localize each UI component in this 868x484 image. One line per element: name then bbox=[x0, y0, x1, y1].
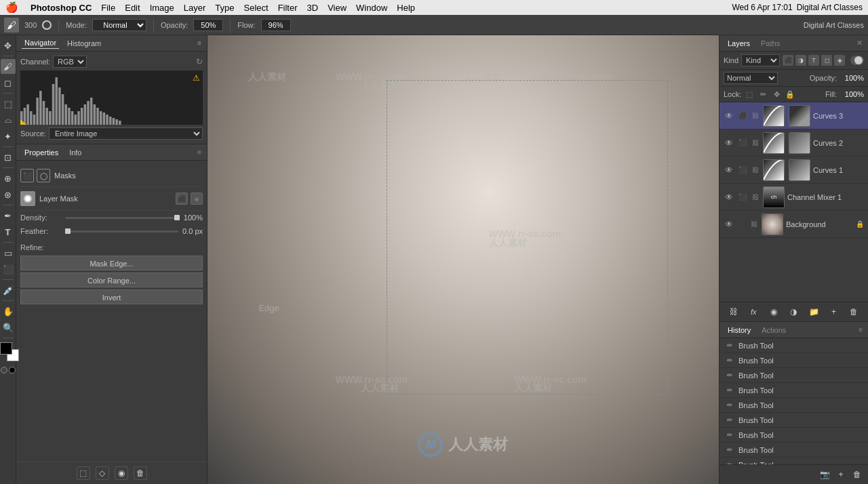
props-delete-icon[interactable]: 🗑 bbox=[134, 466, 147, 480]
layer-mask-thumb[interactable] bbox=[20, 191, 35, 206]
history-item[interactable]: ✏ Brush Tool bbox=[719, 428, 868, 443]
menu-filter[interactable]: Filter bbox=[278, 3, 298, 13]
tab-actions[interactable]: Actions bbox=[759, 325, 789, 336]
layers-group-icon[interactable]: 📁 bbox=[807, 305, 821, 319]
layers-link-icon[interactable]: ⛓ bbox=[727, 305, 741, 319]
menu-image[interactable]: Image bbox=[150, 3, 174, 13]
layers-mask-icon[interactable]: ◉ bbox=[767, 305, 781, 319]
brush-tool-icon[interactable]: 🖌 bbox=[4, 18, 19, 33]
layer-item-curves1[interactable]: 👁 ⬛ ⛓ Curves 1 bbox=[719, 157, 868, 184]
tab-paths[interactable]: Paths bbox=[758, 38, 783, 49]
menu-edit[interactable]: Edit bbox=[125, 3, 140, 13]
crop-tool[interactable]: ⊡ bbox=[1, 150, 16, 165]
history-item[interactable]: ✏ Brush Tool bbox=[719, 413, 868, 428]
history-camera-icon[interactable]: 📷 bbox=[818, 468, 831, 481]
history-item[interactable]: ✏ Brush Tool bbox=[719, 398, 868, 413]
menu-window[interactable]: Window bbox=[356, 3, 387, 13]
color-swatches[interactable] bbox=[0, 342, 20, 363]
menu-3d[interactable]: 3D bbox=[307, 3, 319, 13]
selection-tool[interactable]: ⬚ bbox=[1, 96, 16, 111]
filter-select[interactable]: Kind bbox=[741, 54, 780, 66]
clone-tool[interactable]: ⊛ bbox=[1, 187, 16, 202]
filter-pixel-icon[interactable]: ⬛ bbox=[783, 55, 793, 66]
lock-pixels-icon[interactable]: ✏ bbox=[757, 89, 768, 100]
lock-transparent-icon[interactable]: ⬚ bbox=[744, 89, 755, 100]
hand-tool[interactable]: ✋ bbox=[1, 304, 16, 319]
layer-item-curves3[interactable]: 👁 ⬛ ⛓ Curves 3 bbox=[719, 102, 868, 129]
tab-info[interactable]: Info bbox=[66, 147, 84, 158]
layers-adjustment-icon[interactable]: ◑ bbox=[787, 305, 800, 319]
props-diamond-icon[interactable]: ◇ bbox=[96, 466, 109, 480]
nav-panel-collapse[interactable]: ≡ bbox=[197, 39, 201, 47]
layer-eye-curves1[interactable]: 👁 bbox=[724, 165, 734, 176]
layer-eye-curves2[interactable]: 👁 bbox=[724, 138, 734, 148]
layer-item-curves2[interactable]: 👁 ⬛ ⛓ Curves 2 bbox=[719, 129, 868, 157]
density-thumb[interactable] bbox=[174, 215, 180, 220]
layer-mask-btn-apply[interactable]: ⬛ bbox=[176, 193, 188, 205]
layer-mask-btn-link[interactable]: ⟐ bbox=[191, 193, 203, 205]
history-item[interactable]: ✏ Brush Tool bbox=[719, 353, 868, 368]
feather-thumb[interactable] bbox=[65, 228, 71, 234]
history-item[interactable]: ✏ Brush Tool bbox=[719, 368, 868, 383]
source-select[interactable]: Entire Image bbox=[49, 127, 203, 140]
lock-all-icon[interactable]: 🔒 bbox=[785, 89, 795, 100]
layer-item-background[interactable]: 👁 ⛓ Background 🔒 bbox=[719, 211, 868, 238]
layers-fx-icon[interactable]: fx bbox=[747, 305, 760, 319]
tab-layers[interactable]: Layers bbox=[725, 38, 753, 49]
layer-eye-curves3[interactable]: 👁 bbox=[724, 110, 734, 121]
history-item[interactable]: ✏ Brush Tool bbox=[719, 383, 868, 398]
layers-panel-close[interactable]: ✕ bbox=[856, 39, 863, 47]
healing-tool[interactable]: ⊕ bbox=[1, 171, 16, 186]
gradient-tool[interactable]: ⬛ bbox=[1, 262, 16, 277]
layer-eye-channel-mixer[interactable]: 👁 bbox=[724, 192, 734, 203]
quick-mask-on[interactable] bbox=[9, 367, 16, 374]
history-item[interactable]: ✏ Brush Tool bbox=[719, 458, 868, 464]
layer-item-channel-mixer[interactable]: 👁 ⬛ ⛓ ch Channel Mixer 1 bbox=[719, 184, 868, 211]
quick-mask-off[interactable] bbox=[1, 367, 7, 374]
density-slider[interactable] bbox=[65, 217, 180, 219]
filter-type-icon[interactable]: T bbox=[808, 55, 819, 66]
tab-histogram[interactable]: Histogram bbox=[64, 38, 104, 49]
mode-select[interactable]: Normal bbox=[92, 19, 146, 31]
filter-adj-icon[interactable]: ◑ bbox=[795, 55, 806, 66]
layer-eye-background[interactable]: 👁 bbox=[724, 219, 734, 230]
tab-navigator[interactable]: Navigator bbox=[22, 37, 59, 49]
lasso-tool[interactable]: ⌓ bbox=[1, 113, 16, 127]
lock-position-icon[interactable]: ✥ bbox=[771, 89, 782, 100]
menu-type[interactable]: Type bbox=[215, 3, 234, 13]
pen-tool[interactable]: ✒ bbox=[1, 208, 16, 223]
shape-tool[interactable]: ▭ bbox=[1, 245, 16, 260]
pixel-mask-icon[interactable]: ⬛ bbox=[20, 169, 34, 182]
move-tool[interactable]: ✥ bbox=[1, 38, 16, 53]
mask-edge-button[interactable]: Mask Edge... bbox=[20, 256, 203, 270]
zoom-tool[interactable]: 🔍 bbox=[1, 320, 16, 335]
menu-file[interactable]: File bbox=[101, 3, 115, 13]
vector-mask-icon[interactable]: ◯ bbox=[37, 169, 50, 182]
feather-slider[interactable] bbox=[65, 230, 178, 233]
text-tool[interactable]: T bbox=[1, 224, 16, 239]
history-delete-icon[interactable]: 🗑 bbox=[850, 468, 864, 481]
eyedropper-tool[interactable]: 💉 bbox=[1, 283, 16, 298]
magic-wand-tool[interactable]: ✦ bbox=[1, 129, 16, 144]
props-panel-collapse[interactable]: ≡ bbox=[197, 148, 201, 156]
history-panel-collapse[interactable]: ≡ bbox=[859, 326, 863, 334]
filter-shape-icon[interactable]: ◻ bbox=[821, 55, 832, 66]
menu-select[interactable]: Select bbox=[243, 3, 268, 13]
filter-toggle[interactable] bbox=[850, 56, 864, 65]
blend-mode-select[interactable]: Normal bbox=[724, 72, 778, 84]
flow-input[interactable] bbox=[261, 19, 291, 31]
channel-select[interactable]: RGB bbox=[53, 56, 87, 68]
props-add-mask-icon[interactable]: ⬚ bbox=[77, 466, 90, 480]
filter-smart-icon[interactable]: ◈ bbox=[834, 55, 845, 66]
menu-view[interactable]: View bbox=[328, 3, 347, 13]
history-item[interactable]: ✏ Brush Tool bbox=[719, 443, 868, 458]
brush-tool[interactable]: 🖌 bbox=[1, 59, 16, 74]
history-new-icon[interactable]: + bbox=[834, 468, 848, 481]
color-range-button[interactable]: Color Range... bbox=[20, 273, 203, 287]
props-visibility-icon[interactable]: ◉ bbox=[115, 466, 128, 480]
menu-help[interactable]: Help bbox=[397, 3, 415, 13]
layers-delete-icon[interactable]: 🗑 bbox=[847, 305, 861, 319]
menu-layer[interactable]: Layer bbox=[184, 3, 206, 13]
eraser-tool[interactable]: ◻ bbox=[1, 75, 16, 90]
layers-new-icon[interactable]: + bbox=[827, 305, 841, 319]
